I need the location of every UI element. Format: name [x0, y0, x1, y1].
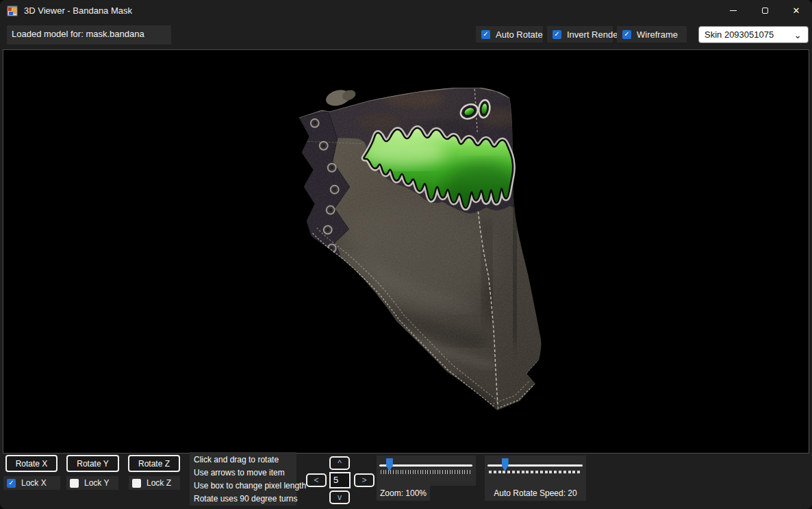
minimize-icon: [730, 10, 737, 11]
maximize-icon: [762, 8, 768, 14]
rotate-z-button[interactable]: Rotate Z: [128, 455, 180, 472]
minimize-button[interactable]: [718, 0, 749, 21]
invert-render-checkbox-group[interactable]: ✓ Invert Render: [547, 26, 613, 42]
check-icon: ✓: [624, 31, 629, 38]
auto-rotate-speed-slider[interactable]: [485, 456, 586, 486]
help-line: Click and drag to rotate: [194, 454, 292, 467]
move-down-button[interactable]: v: [329, 491, 350, 504]
zoom-slider[interactable]: [377, 456, 476, 486]
lock-y-checkbox-group[interactable]: ✓ Lock Y: [66, 476, 118, 490]
zoom-slider-ticks: [381, 470, 472, 474]
help-panel: Click and drag to rotate Use arrows to m…: [190, 452, 296, 506]
lock-x-checkbox[interactable]: ✓: [7, 479, 16, 488]
close-button[interactable]: ✕: [781, 0, 812, 21]
zoom-slider-track[interactable]: [379, 464, 472, 467]
viewport-3d[interactable]: [3, 49, 809, 454]
lock-x-label: Lock X: [21, 478, 47, 488]
speed-slider-ticks: [489, 471, 582, 473]
wireframe-label: Wireframe: [637, 29, 678, 40]
window-title: 3D Viewer - Bandana Mask: [24, 5, 132, 16]
help-line: Rotate uses 90 degree turns: [194, 493, 292, 506]
auto-rotate-checkbox-group[interactable]: ✓ Auto Rotate: [476, 26, 543, 42]
bandana-mask-model: [3, 50, 809, 453]
lock-z-checkbox-group[interactable]: ✓ Lock Z: [129, 476, 180, 490]
help-line: Use arrows to move item: [194, 467, 292, 480]
close-icon: ✕: [793, 6, 800, 15]
speed-slider-thumb[interactable]: [502, 458, 509, 471]
app-window: 3D Viewer - Bandana Mask ✕ Loaded model …: [0, 0, 812, 509]
auto-rotate-checkbox[interactable]: ✓: [481, 30, 490, 39]
check-icon: ✓: [8, 480, 14, 486]
check-icon: ✓: [483, 31, 488, 38]
move-up-button[interactable]: ^: [329, 456, 350, 470]
rotate-x-button[interactable]: Rotate X: [5, 455, 58, 472]
auto-rotate-speed-label: Auto Rotate Speed: 20: [485, 486, 586, 501]
toolbar: Loaded model for: mask.bandana ✓ Auto Ro…: [0, 21, 812, 49]
help-line: Use box to change pixel length: [194, 480, 292, 493]
lock-x-checkbox-group[interactable]: ✓ Lock X: [3, 476, 60, 490]
maximize-button[interactable]: [749, 0, 781, 21]
app-icon: [7, 5, 18, 16]
skin-select[interactable]: Skin 2093051075 ⌄: [698, 26, 809, 43]
chevron-down-icon: ⌄: [794, 27, 802, 43]
loaded-model-label: Loaded model for: mask.bandana: [7, 25, 171, 45]
wireframe-checkbox-group[interactable]: ✓ Wireframe: [617, 26, 687, 42]
lock-y-label: Lock Y: [84, 478, 109, 488]
move-left-button[interactable]: <: [306, 473, 327, 487]
lock-y-checkbox[interactable]: ✓: [70, 479, 79, 488]
invert-render-checkbox[interactable]: ✓: [553, 30, 561, 39]
lock-z-checkbox[interactable]: ✓: [132, 479, 141, 488]
check-icon: ✓: [554, 31, 559, 38]
lock-z-label: Lock Z: [147, 478, 171, 488]
pixel-length-input[interactable]: 5: [329, 472, 351, 488]
wireframe-checkbox[interactable]: ✓: [622, 30, 631, 39]
skin-select-value: Skin 2093051075: [705, 29, 774, 40]
zoom-value-label: Zoom: 100%: [377, 486, 430, 501]
move-right-button[interactable]: >: [354, 473, 375, 487]
auto-rotate-label: Auto Rotate: [496, 29, 543, 40]
rotate-y-button[interactable]: Rotate Y: [66, 455, 119, 472]
invert-render-label: Invert Render: [567, 29, 621, 40]
titlebar[interactable]: 3D Viewer - Bandana Mask ✕: [0, 0, 812, 21]
